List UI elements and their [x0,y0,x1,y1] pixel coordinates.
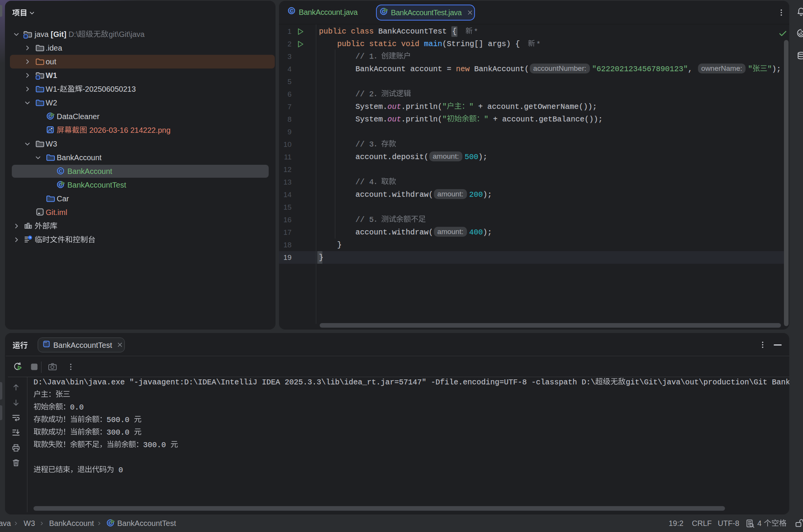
svg-text:C: C [290,8,293,14]
svg-text:C: C [59,168,62,174]
